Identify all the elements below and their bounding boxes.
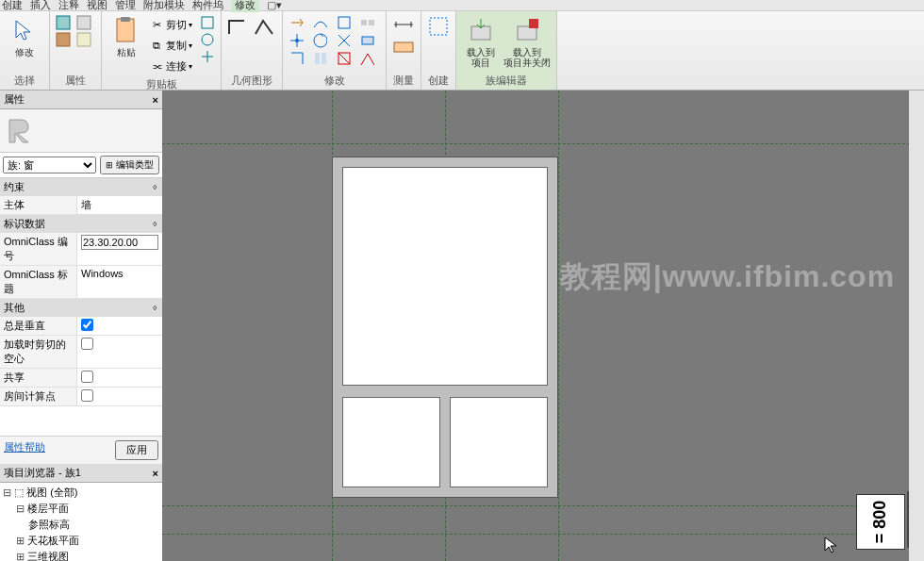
create-tool[interactable] [427,15,450,38]
mod-tool-1[interactable] [289,15,304,30]
svg-point-12 [314,34,327,47]
properties-help-link[interactable]: 属性帮助 [4,440,45,460]
drawing-canvas[interactable]: BIM教程网|www.ifbim.com = 800 [162,91,924,561]
menu-overflow-icon[interactable]: ▢▾ [267,0,282,11]
ribbon-group-modify: 修改 [283,11,387,90]
clip-extra-1[interactable] [200,15,215,30]
revit-logo-icon [4,114,38,148]
mod-tool-12[interactable] [359,51,374,66]
prop-icon-2[interactable] [76,15,91,30]
svg-rect-9 [361,20,367,25]
load-into-project-close-button[interactable]: 载入到 项目并关闭 [503,15,551,70]
omniclass-num-input[interactable] [81,235,158,250]
tree-ceiling-plans[interactable]: ⊞ 天花板平面 [2,533,160,549]
close-icon[interactable]: × [153,94,158,106]
ribbon-group-create: 创建 [421,11,456,90]
svg-rect-4 [117,19,134,41]
project-browser-tree[interactable]: ⊟ ⬚ 视图 (全部) ⊟ 楼层平面 参照标高 ⊞ 天花板平面 ⊞ 三维视图 ⊟… [0,483,162,561]
ref-plane-v[interactable] [558,91,559,561]
mod-tool-5[interactable] [289,33,304,48]
mod-tool-3[interactable] [336,15,351,30]
ribbon-group-properties: 属性 [50,11,102,90]
menu-bar: 创建 插入 注释 视图 管理 附加模块 构件坞 修改 ▢▾ [0,0,924,11]
window-pane-top[interactable] [342,167,548,386]
svg-rect-2 [57,33,70,46]
tree-ref-level[interactable]: 参照标高 [2,517,160,533]
type-selector[interactable]: 族: 窗 [3,157,96,173]
room-calc-checkbox[interactable] [81,389,93,402]
svg-rect-8 [338,17,350,28]
section-constraints[interactable]: 约束⬨ [0,178,162,196]
edit-type-button[interactable]: ⊞ 编辑类型 [100,156,159,174]
load-into-project-button[interactable]: 载入到 项目 [462,15,500,70]
geom-tool-1[interactable] [227,15,250,38]
host-label: 主体 [0,196,77,214]
cut-button[interactable]: ✂剪切▾ [149,15,192,34]
mod-tool-11[interactable] [336,51,351,66]
mod-tool-8[interactable] [359,33,374,48]
connect-icon: ⫘ [149,58,164,74]
ribbon-group-clipboard: 粘贴 ✂剪切▾ ⧉复制▾ ⫘连接▾ 剪贴板 [102,11,222,90]
section-identity[interactable]: 标识数据⬨ [0,215,162,233]
room-calc-label: 房间计算点 [0,388,77,405]
tree-views-all[interactable]: ⊟ ⬚ 视图 (全部) [2,485,160,501]
clip-extra-3[interactable] [200,49,215,64]
paste-button[interactable]: 粘贴 [107,15,145,70]
geom-tool-2[interactable] [254,15,276,38]
prop-icon-4[interactable] [76,32,91,47]
window-family-geometry[interactable] [332,157,558,498]
mod-tool-10[interactable] [312,51,327,66]
type-selector-row: 族: 窗 ⊞ 编辑类型 [0,153,162,178]
paste-icon [111,15,141,45]
mouse-cursor-icon [824,536,837,553]
ribbon-group-family-editor: 载入到 项目 载入到 项目并关闭 族编辑器 [456,11,557,90]
shared-checkbox[interactable] [81,371,93,383]
svg-rect-10 [369,20,374,25]
host-value[interactable]: 墙 [77,196,162,214]
mod-tool-4[interactable] [359,15,374,30]
properties-panel-title: 属性 × [0,91,162,109]
ribbon-group-measure: 测量 [387,11,421,90]
omniclass-title-value[interactable]: Windows [77,266,162,298]
tree-floor-plans[interactable]: ⊟ 楼层平面 [2,501,160,517]
prop-icon-1[interactable] [56,15,71,30]
cut-void-checkbox[interactable] [81,338,93,350]
mod-tool-2[interactable] [312,15,327,30]
svg-point-11 [295,39,299,42]
ribbon: 修改 选择 属性 粘贴 ✂剪切▾ ⧉复制▾ ⫘连接▾ [0,11,924,91]
tree-3d-views[interactable]: ⊞ 三维视图 [2,549,160,561]
measure-tool-2[interactable] [392,38,415,57]
svg-rect-0 [57,16,70,29]
section-other[interactable]: 其他⬨ [0,299,162,317]
copy-button[interactable]: ⧉复制▾ [149,36,192,55]
vertical-scrollbar[interactable] [909,91,924,561]
prop-icon-3[interactable] [56,32,71,47]
ref-plane-h[interactable] [162,143,924,144]
ref-plane-h[interactable] [162,534,924,535]
cursor-icon [9,15,40,45]
connect-button[interactable]: ⫘连接▾ [149,57,192,75]
ref-plane-h[interactable] [162,505,924,506]
svg-rect-17 [394,42,413,52]
svg-rect-14 [315,53,320,64]
omniclass-title-label: OmniClass 标题 [0,266,77,298]
mod-tool-9[interactable] [289,51,304,66]
always-vertical-checkbox[interactable] [81,319,93,331]
project-browser-title: 项目浏览器 - 族1 × [0,464,162,483]
dimension-label[interactable]: = 800 [856,494,905,550]
ribbon-group-geometry: 几何图形 [222,11,283,90]
svg-rect-20 [518,26,536,40]
apply-button[interactable]: 应用 [115,440,158,460]
close-icon[interactable]: × [153,468,158,479]
clip-extra-2[interactable] [200,32,215,47]
window-pane-bottom-left[interactable] [342,397,440,487]
load-close-icon [512,15,542,45]
measure-tool-1[interactable] [392,15,415,34]
mod-tool-6[interactable] [312,33,327,48]
svg-rect-3 [77,33,91,46]
svg-rect-1 [77,16,91,29]
mod-tool-7[interactable] [336,33,351,48]
modify-tool-button[interactable]: 修改 [6,15,43,70]
cut-void-label: 加载时剪切的空心 [0,336,77,368]
window-pane-bottom-right[interactable] [450,397,548,487]
